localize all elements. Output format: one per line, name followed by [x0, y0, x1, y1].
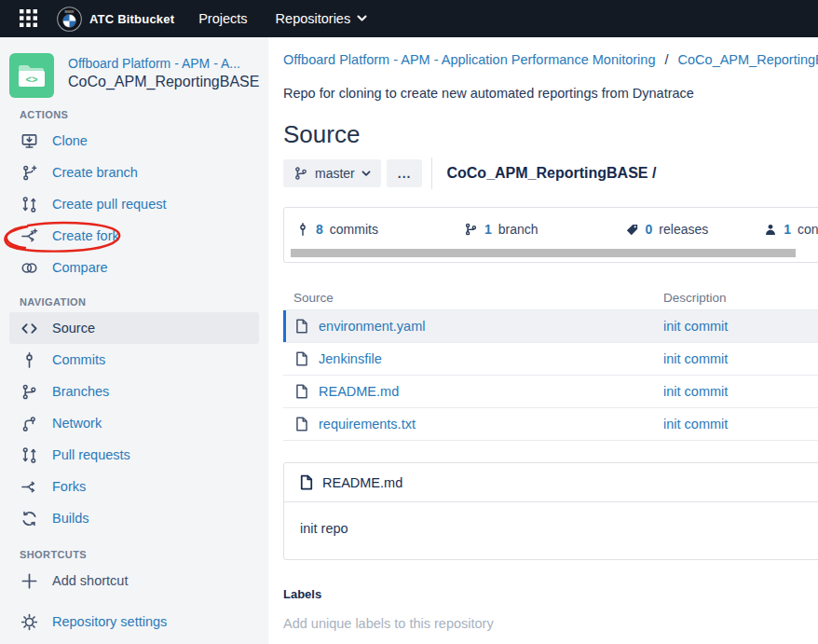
table-row[interactable]: environment.yaml init commit [283, 310, 818, 343]
sidebar-repo-name: CoCo_APM_ReportingBASE [68, 74, 257, 90]
person-icon [764, 223, 777, 237]
file-icon [295, 384, 308, 399]
sidebar: <> Offboard Platform - APM - A... CoCo_A… [0, 37, 268, 644]
labels-placeholder[interactable]: Add unique labels to this repository [283, 616, 818, 631]
table-row[interactable]: README.md init commit [283, 376, 818, 408]
nav-repositories[interactable]: Repositories [276, 11, 368, 26]
commit-icon [20, 350, 38, 369]
code-icon [20, 319, 38, 337]
file-icon [295, 417, 308, 432]
compare-icon [20, 258, 38, 277]
repo-header: <> Offboard Platform - APM - A... CoCo_A… [0, 53, 268, 98]
bmw-logo-icon: BMW [57, 7, 82, 32]
gear-icon [20, 612, 38, 631]
sidebar-item-builds[interactable]: Builds [9, 502, 259, 534]
file-link[interactable]: requirements.txt [319, 417, 416, 432]
horizontal-scrollbar[interactable] [291, 249, 796, 257]
network-icon [20, 414, 38, 432]
top-navigation-bar: BMW ATC Bitbucket Projects Repositories [0, 0, 818, 37]
sidebar-item-create-fork[interactable]: Create fork [9, 220, 259, 252]
commit-message-link[interactable]: init commit [663, 417, 728, 432]
file-icon [295, 351, 308, 366]
breadcrumb-project-link[interactable]: Offboard Platform - APM - Application Pe… [283, 52, 655, 67]
section-title-navigation: NAVIGATION [20, 296, 268, 308]
stat-contributors[interactable]: 1 contributor [764, 222, 818, 237]
readme-header: README.md [284, 463, 818, 502]
table-row[interactable]: Jenkinsfile init commit [283, 343, 818, 376]
nav-projects[interactable]: Projects [198, 11, 247, 26]
sidebar-item-forks[interactable]: Forks [9, 471, 259, 502]
plus-icon [20, 571, 38, 590]
file-table-header: Source Description [283, 286, 818, 310]
tag-icon [625, 223, 639, 237]
breadcrumb-separator: / [665, 52, 669, 67]
branch-icon [293, 166, 308, 181]
sidebar-item-pull-requests[interactable]: Pull requests [9, 439, 259, 471]
fork-icon [20, 477, 38, 496]
topnav: Projects Repositories [198, 11, 367, 26]
file-link[interactable]: README.md [319, 384, 399, 399]
sidebar-item-commits[interactable]: Commits [9, 344, 259, 376]
file-link[interactable]: Jenkinsfile [319, 351, 382, 366]
clone-icon [20, 131, 38, 150]
sidebar-item-source[interactable]: Source [9, 312, 259, 344]
sidebar-item-add-shortcut[interactable]: Add shortcut [9, 565, 259, 596]
file-link[interactable]: environment.yaml [319, 319, 425, 334]
table-row[interactable]: requirements.txt init commit [283, 408, 818, 441]
commit-icon [296, 222, 309, 237]
app-title: ATC Bitbucket [89, 12, 174, 26]
stat-commits[interactable]: 8 commits [296, 222, 378, 237]
breadcrumb-repo-link[interactable]: CoCo_APM_ReportingBASE [678, 52, 818, 67]
sidebar-project-link[interactable]: Offboard Platform - APM - A... [68, 56, 257, 71]
labels-title: Labels [283, 587, 818, 601]
readme-panel: README.md init repo [283, 462, 818, 560]
app-switcher-grid-icon[interactable] [20, 9, 38, 28]
repo-avatar[interactable]: <> [9, 53, 54, 98]
column-source: Source [283, 291, 663, 305]
main-content: Offboard Platform - APM - Application Pe… [268, 37, 818, 644]
stat-branches[interactable]: 1 branch [464, 222, 539, 237]
sidebar-item-repository-settings[interactable]: Repository settings [9, 606, 259, 637]
current-path: CoCo_APM_ReportingBASE / [446, 165, 656, 182]
chevron-down-icon [357, 15, 367, 22]
repo-description: Repo for cloning to create new automated… [283, 86, 818, 101]
builds-icon [20, 509, 38, 528]
svg-text:<>: <> [26, 74, 38, 85]
sidebar-item-create-branch[interactable]: Create branch [9, 157, 259, 188]
readme-filename[interactable]: README.md [322, 475, 402, 490]
pull-request-icon [20, 195, 38, 213]
commit-message-link[interactable]: init commit [663, 319, 728, 334]
stat-releases[interactable]: 0 releases [625, 222, 709, 237]
branch-toolbar: master ... CoCo_APM_ReportingBASE / [283, 158, 818, 188]
sidebar-item-create-pull-request[interactable]: Create pull request [9, 188, 259, 220]
file-table: Source Description environment.yaml init… [283, 286, 818, 441]
sidebar-item-network[interactable]: Network [9, 407, 259, 439]
pull-request-icon [20, 445, 38, 464]
ellipsis-icon: ... [398, 166, 412, 181]
branch-create-icon [20, 163, 38, 182]
commit-message-link[interactable]: init commit [663, 351, 728, 366]
page-title: Source [283, 120, 818, 148]
branch-selector-button[interactable]: master [283, 159, 381, 187]
section-title-shortcuts: SHORTCUTS [20, 549, 268, 561]
branch-icon [464, 222, 478, 237]
branches-icon [20, 382, 38, 401]
section-title-actions: ACTIONS [20, 109, 268, 121]
toolbar-divider [431, 158, 432, 189]
commit-message-link[interactable]: init commit [663, 384, 728, 399]
readme-content: init repo [284, 502, 818, 559]
breadcrumb: Offboard Platform - APM - Application Pe… [283, 52, 818, 67]
more-actions-button[interactable]: ... [387, 159, 423, 187]
file-icon [300, 474, 313, 490]
file-icon [295, 319, 308, 334]
column-description: Description [663, 291, 727, 305]
sidebar-item-branches[interactable]: Branches [9, 376, 259, 407]
sidebar-item-compare[interactable]: Compare [9, 252, 259, 283]
chevron-down-icon [361, 171, 371, 177]
repo-stats-bar: 8 commits 1 branch 0 releases [283, 207, 818, 263]
sidebar-item-clone[interactable]: Clone [9, 125, 259, 157]
svg-text:BMW: BMW [65, 9, 75, 14]
bitbucket-home-link[interactable]: BMW ATC Bitbucket [57, 7, 174, 32]
fork-icon [20, 226, 38, 245]
